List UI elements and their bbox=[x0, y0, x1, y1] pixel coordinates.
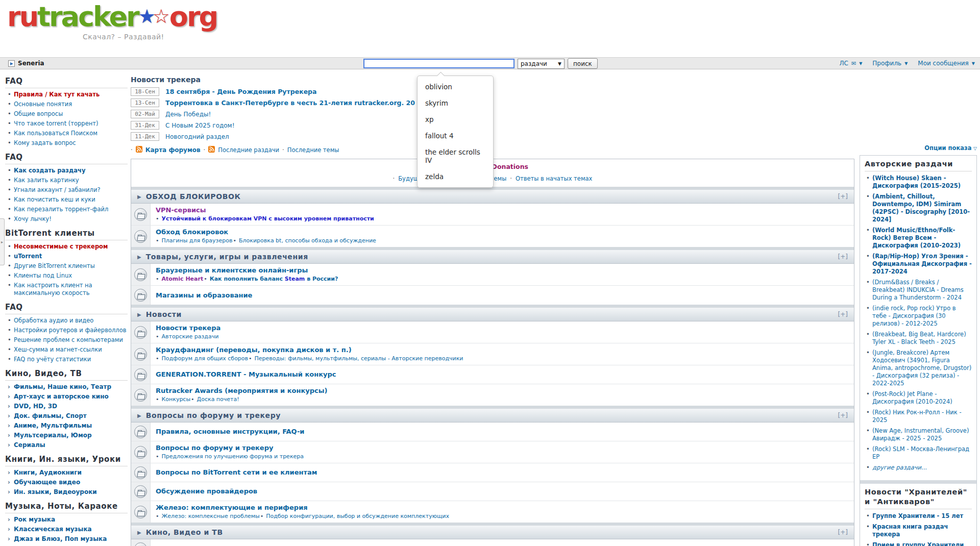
expand-all-button[interactable]: [+] bbox=[838, 529, 848, 536]
sidebar-link[interactable]: uTorrent bbox=[14, 253, 42, 260]
news-link[interactable]: День Победы! bbox=[165, 111, 211, 118]
sidebar-link[interactable]: Основные понятия bbox=[14, 101, 72, 108]
display-options[interactable]: Опции показа ▽ bbox=[860, 144, 977, 152]
expand-all-button[interactable]: [+] bbox=[838, 311, 848, 318]
category-title[interactable]: Товары, услуги, игры и развлечения bbox=[146, 253, 308, 261]
release-link[interactable]: (Drum&Bass / Breaks / Breakbeat) INDUKCI… bbox=[872, 279, 964, 301]
category-title[interactable]: ОБХОД БЛОКИРОВОК bbox=[146, 192, 241, 201]
release-link[interactable]: (Jungle, Breakcore) Артем Ходосевич (349… bbox=[872, 349, 971, 387]
release-link[interactable]: (Rock) SLM - Москва-Ленинград EP bbox=[872, 445, 969, 460]
sidebar-link[interactable]: FAQ по учёту статистики bbox=[14, 356, 91, 363]
forum-title-link[interactable]: Браузерные и клиентские онлайн-игры bbox=[156, 266, 338, 275]
sidebar-link[interactable]: Как пользоваться Поиском bbox=[14, 130, 97, 137]
search-suggestion-item[interactable]: xp bbox=[418, 111, 493, 128]
sidebar-link[interactable]: Док. фильмы, Спорт bbox=[14, 412, 87, 419]
quick-link[interactable]: Ответы в начатых темах bbox=[516, 175, 592, 182]
forum-title-link[interactable]: Обход блокировок bbox=[156, 228, 376, 236]
forum-title-link[interactable]: Краудфандинг (переводы, покупка дисков и… bbox=[156, 346, 463, 354]
sidebar-link[interactable]: Хеш-сумма и магнет-ссылки bbox=[14, 346, 102, 353]
chevron-down-icon[interactable]: ▼ bbox=[972, 61, 975, 66]
my-messages-link[interactable]: Мои сообщения bbox=[918, 60, 969, 67]
subforum-links[interactable]: •Подфорум для общих сборов•Переводы: фил… bbox=[156, 355, 463, 362]
sidebar-link[interactable]: Ин. языки, Видеоуроки bbox=[14, 488, 97, 495]
category-header[interactable]: ▶ Вопросы по форуму и трекеру [+] bbox=[131, 409, 854, 423]
news-link[interactable]: Торрентовка в Санкт-Петербурге в честь 2… bbox=[165, 99, 451, 107]
sidebar-link[interactable]: Угнали аккаунт / забанили? bbox=[14, 186, 101, 193]
sidebar-link[interactable]: Решение проблем с компьютерами bbox=[14, 336, 123, 343]
sidebar-link[interactable]: Как почистить кеш и куки bbox=[14, 196, 95, 203]
rss-icon[interactable] bbox=[208, 146, 215, 154]
release-link[interactable]: (indie rock, Pop rock) Утро в тебе - Дис… bbox=[872, 305, 956, 327]
display-options-link[interactable]: Опции показа bbox=[924, 144, 971, 152]
forum-title-link[interactable]: Вопросы по форуму и трекеру bbox=[156, 444, 304, 452]
sidebar-link[interactable]: Мультсериалы, Юмор bbox=[14, 432, 92, 439]
keepers-link[interactable]: Прием в группу Хранители bbox=[872, 541, 964, 546]
profile-link[interactable]: Профиль bbox=[872, 60, 901, 67]
forum-title-link[interactable]: Магазины и образование bbox=[156, 291, 252, 300]
search-input[interactable] bbox=[363, 59, 514, 68]
search-suggestion-item[interactable]: fallout 4 bbox=[418, 128, 493, 144]
category-title[interactable]: Кино, Видео и ТВ bbox=[146, 528, 223, 536]
sidebar-link[interactable]: Хочу лычку! bbox=[14, 215, 52, 222]
forum-title-link[interactable]: VPN-сервисы bbox=[156, 206, 374, 214]
sidebar-link[interactable]: Джаз и Блюз, Поп музыка bbox=[14, 535, 107, 542]
sidebar-link[interactable]: Клиенты под Linux bbox=[14, 272, 72, 279]
release-link[interactable]: (Breakbeat, Big Beat, Hardcore) Tyler XL… bbox=[872, 331, 966, 345]
map-link[interactable]: Карта форумов bbox=[145, 146, 201, 154]
search-scope-select[interactable]: раздачи ▼ bbox=[518, 59, 565, 69]
sidebar-link[interactable]: Настройки роутеров и файерволлов bbox=[14, 327, 126, 334]
username[interactable]: Seneria bbox=[18, 60, 44, 67]
sidebar-link[interactable]: Обработка аудио и видео bbox=[14, 317, 93, 324]
map-link[interactable]: Последние темы bbox=[287, 146, 339, 154]
expand-all-button[interactable]: [+] bbox=[838, 253, 848, 260]
release-link[interactable]: другие раздачи... bbox=[872, 464, 927, 471]
search-suggestion-item[interactable]: the elder scrolls IV bbox=[418, 144, 493, 168]
expand-all-button[interactable]: [+] bbox=[838, 412, 848, 419]
sidebar-link[interactable]: Что такое torrent (торрент) bbox=[14, 120, 98, 127]
subforum-links[interactable]: •Устойчивый к блокировкам VPN с высоким … bbox=[156, 215, 374, 222]
sidebar-link[interactable]: Сериалы bbox=[14, 441, 45, 449]
sidebar-collapse-handle[interactable]: ▸ bbox=[0, 218, 5, 265]
subforum-links[interactable]: •Плагины для браузеров•Блокировка bt, сп… bbox=[156, 237, 376, 244]
subforum-links[interactable]: •Конкурсы•Доска почета! bbox=[156, 396, 328, 403]
news-link[interactable]: Новогодний раздел bbox=[165, 133, 229, 140]
search-suggestion-item[interactable]: oblivion bbox=[418, 79, 493, 95]
subforum-links[interactable]: •Предложения по улучшению форума и треке… bbox=[156, 453, 304, 460]
category-title[interactable]: Новости bbox=[146, 310, 182, 318]
sidebar-link[interactable]: Рок музыка bbox=[14, 516, 55, 523]
category-title[interactable]: Вопросы по форуму и трекеру bbox=[146, 411, 281, 419]
news-link[interactable]: 18 сентября - День Рождения Рутрекера bbox=[165, 88, 317, 95]
release-link[interactable]: (Ambient, Chillout, Downtempo, IDM) Simi… bbox=[872, 193, 970, 223]
release-link[interactable]: (Post-Rock) Jet Plane - Дискография (201… bbox=[872, 390, 952, 405]
search-button[interactable]: поиск bbox=[568, 58, 598, 69]
release-link[interactable]: (Rap/Hip-Hop) Угол Зрения - Официальная … bbox=[872, 253, 972, 275]
sidebar-link[interactable]: Как залить картинку bbox=[14, 177, 79, 184]
search-suggestion-item[interactable]: skyrim bbox=[418, 95, 493, 111]
chevron-down-icon[interactable]: ▼ bbox=[904, 61, 908, 66]
category-header[interactable]: ▶ ОБХОД БЛОКИРОВОК [+] bbox=[131, 190, 854, 204]
forum-title-link[interactable]: Вопросы по BitTorrent сети и ее клиентам bbox=[156, 468, 317, 477]
release-link[interactable]: (World Music/Ethno/Folk-Rock) Ветер Всем… bbox=[872, 227, 961, 249]
chevron-down-icon[interactable]: ▼ bbox=[859, 61, 862, 66]
category-header[interactable]: ▶ Новости [+] bbox=[131, 308, 854, 321]
subforum-links[interactable]: •Авторские раздачи bbox=[156, 333, 220, 340]
forum-title-link[interactable]: Железо: комплектующие и периферия bbox=[156, 504, 449, 512]
map-link[interactable]: Последние раздачи bbox=[218, 146, 279, 154]
search-suggestion-item[interactable]: zelda bbox=[418, 168, 493, 185]
sidebar-link[interactable]: DVD, HD, 3D bbox=[14, 403, 57, 410]
sidebar-link[interactable]: Фильмы, Наше кино, Театр bbox=[14, 383, 111, 390]
site-logo[interactable]: rutracker★☆org Скачал? – Раздавай! bbox=[7, 1, 217, 32]
private-messages-link[interactable]: ЛС bbox=[840, 60, 848, 67]
keepers-link[interactable]: Красная книга раздач трекера bbox=[872, 523, 948, 538]
sidebar-link[interactable]: Несовместимые с трекером bbox=[14, 243, 108, 250]
release-link[interactable]: (Witch House) Skaen - Дискография (2015-… bbox=[872, 175, 961, 189]
rss-icon[interactable] bbox=[136, 146, 142, 154]
category-header[interactable]: ▶ Товары, услуги, игры и развлечения [+] bbox=[131, 250, 854, 264]
sidebar-link[interactable]: Другие BitTorrent клиенты bbox=[14, 262, 95, 269]
sidebar-link[interactable]: Классическая музыка bbox=[14, 526, 92, 533]
news-link[interactable]: С Новым 2025 годом! bbox=[165, 122, 234, 129]
sidebar-link[interactable]: Арт-хаус и авторское кино bbox=[14, 393, 109, 400]
sidebar-link[interactable]: Как настроить клиент на максимальную ско… bbox=[14, 282, 92, 296]
forum-title-link[interactable]: Правила, основные инструкции, FAQ-и bbox=[156, 428, 304, 436]
sidebar-link[interactable]: Как перезалить торрент-файл bbox=[14, 206, 108, 213]
